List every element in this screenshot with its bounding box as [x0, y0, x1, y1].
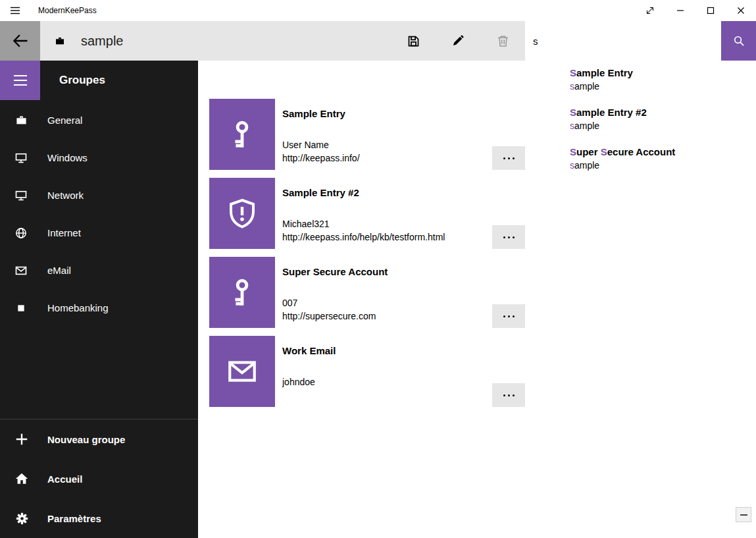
- database-briefcase-icon: [55, 36, 65, 46]
- entry-url: http://supersecure.com: [282, 309, 388, 323]
- suggestion-title-highlight: S: [570, 107, 576, 118]
- suggestion-title: Sample Entry: [570, 67, 715, 80]
- minimize-button[interactable]: [665, 0, 695, 21]
- sidebar-item-label: Paramètres: [47, 513, 101, 524]
- entry-row[interactable]: Sample Entry #2 Michael321 http://keepas…: [209, 178, 525, 249]
- entry-url: http://keepass.info/: [282, 151, 360, 165]
- suggestion-subtitle: sample: [570, 159, 715, 172]
- entry-text: Work Email johndoe: [282, 336, 336, 407]
- suggestion-title: Sample Entry #2: [570, 106, 715, 119]
- more-button[interactable]: [492, 383, 525, 407]
- suggestion-title-text: uper: [576, 146, 601, 157]
- square-icon: [14, 302, 28, 315]
- groups-heading: Groupes: [59, 74, 105, 87]
- search-input[interactable]: [525, 21, 721, 61]
- sidebar-spacer: [0, 327, 198, 419]
- fullscreen-button[interactable]: [635, 0, 665, 21]
- sidebar-footer: Nouveau groupe Accueil Paramètres: [0, 419, 198, 538]
- key-icon: [209, 257, 275, 328]
- suggestion-title-text: ecure Account: [607, 146, 676, 157]
- more-icon: [503, 394, 505, 396]
- sidebar-item-settings[interactable]: Paramètres: [0, 498, 198, 538]
- sidebar-item-internet[interactable]: Internet: [0, 214, 198, 252]
- suggestion-item[interactable]: Sample Entry sample: [525, 61, 721, 100]
- sidebar-item-label: Windows: [47, 152, 88, 163]
- titlebar-hamburger-icon: [0, 0, 30, 21]
- maximize-button[interactable]: [695, 0, 726, 21]
- entry-text: Super Secure Account 007 http://supersec…: [282, 257, 388, 328]
- sidebar-item-home[interactable]: Accueil: [0, 459, 198, 498]
- search-suggestions: Sample Entry sample Sample Entry #2 samp…: [525, 61, 721, 179]
- sidebar-item-new-group[interactable]: Nouveau groupe: [0, 419, 198, 459]
- more-button[interactable]: [492, 304, 525, 328]
- monitor-icon: [14, 189, 28, 202]
- minimize-icon: [740, 514, 747, 516]
- alert-shield-icon: [209, 178, 275, 249]
- sidebar-item-windows[interactable]: Windows: [0, 139, 198, 176]
- suggestion-subtitle: sample: [570, 80, 715, 93]
- app-window: ModernKeePass: [0, 0, 756, 538]
- suggestion-item[interactable]: Sample Entry #2 sample: [525, 100, 721, 140]
- nav-pane-toggle-button[interactable]: [0, 61, 40, 100]
- back-arrow-icon: [11, 32, 30, 50]
- back-button[interactable]: [0, 21, 40, 61]
- entry-list: Sample Entry User Name http://keepass.in…: [198, 61, 525, 407]
- suggestion-title-text: ample Entry: [576, 67, 633, 78]
- window-controls: [635, 0, 756, 21]
- close-button[interactable]: [726, 0, 756, 21]
- commandbar-collapse-button[interactable]: [736, 507, 751, 522]
- sidebar-item-label: Internet: [47, 227, 81, 238]
- home-icon: [14, 471, 29, 486]
- edit-button[interactable]: [436, 21, 480, 61]
- search-button[interactable]: [721, 21, 756, 61]
- suggestion-title-highlight: S: [601, 146, 607, 157]
- suggestion-subtitle: sample: [570, 119, 715, 132]
- delete-icon: [496, 34, 510, 48]
- briefcase-icon: [14, 114, 28, 127]
- entry-row[interactable]: Super Secure Account 007 http://supersec…: [209, 257, 525, 328]
- entry-title: Sample Entry: [282, 107, 360, 121]
- maximize-icon: [707, 7, 715, 14]
- more-button[interactable]: [492, 225, 525, 249]
- delete-button[interactable]: [480, 21, 525, 61]
- mail-icon: [14, 264, 28, 277]
- more-button[interactable]: [492, 146, 525, 170]
- titlebar: ModernKeePass: [0, 0, 756, 21]
- sidebar-item-network[interactable]: Network: [0, 176, 198, 214]
- monitor-icon: [14, 151, 28, 165]
- suggestion-subtitle-text: ample: [574, 81, 599, 92]
- app-title: ModernKeePass: [38, 6, 635, 15]
- command-bar: sample: [0, 21, 756, 61]
- save-icon: [407, 34, 420, 48]
- group-list: General Windows Network Internet: [0, 101, 198, 327]
- sidebar-item-label: Accueil: [47, 473, 82, 485]
- fullscreen-icon: [644, 5, 656, 16]
- entry-text: Sample Entry User Name http://keepass.in…: [282, 99, 360, 170]
- suggestion-title: Super Secure Account: [570, 146, 715, 159]
- hamburger-icon: [14, 74, 27, 86]
- command-actions: [391, 21, 525, 61]
- save-button[interactable]: [391, 21, 436, 61]
- sidebar-item-email[interactable]: eMail: [0, 252, 198, 289]
- suggestion-subtitle-text: ample: [574, 160, 599, 171]
- entry-title: Super Secure Account: [282, 265, 388, 279]
- minimize-icon: [676, 7, 684, 14]
- more-icon: [503, 157, 505, 159]
- entry-row[interactable]: Work Email johndoe: [209, 336, 525, 407]
- suggestion-item[interactable]: Super Secure Account sample: [525, 140, 721, 179]
- entry-username: Michael321: [282, 217, 445, 230]
- more-icon: [503, 236, 505, 238]
- key-icon: [209, 99, 275, 170]
- more-icon: [503, 315, 505, 317]
- search-icon: [732, 34, 745, 47]
- sidebar-item-homebanking[interactable]: Homebanking: [0, 289, 198, 327]
- search-box: [525, 21, 756, 61]
- suggestion-subtitle-highlight: s: [570, 81, 574, 92]
- suggestion-title-text: ample Entry #2: [576, 107, 647, 118]
- suggestion-title-highlight: S: [570, 146, 576, 157]
- gear-icon: [14, 511, 29, 525]
- entry-row[interactable]: Sample Entry User Name http://keepass.in…: [209, 99, 525, 170]
- suggestion-subtitle-highlight: s: [570, 160, 574, 171]
- entry-username: johndoe: [282, 375, 336, 389]
- sidebar-item-general[interactable]: General: [0, 101, 198, 139]
